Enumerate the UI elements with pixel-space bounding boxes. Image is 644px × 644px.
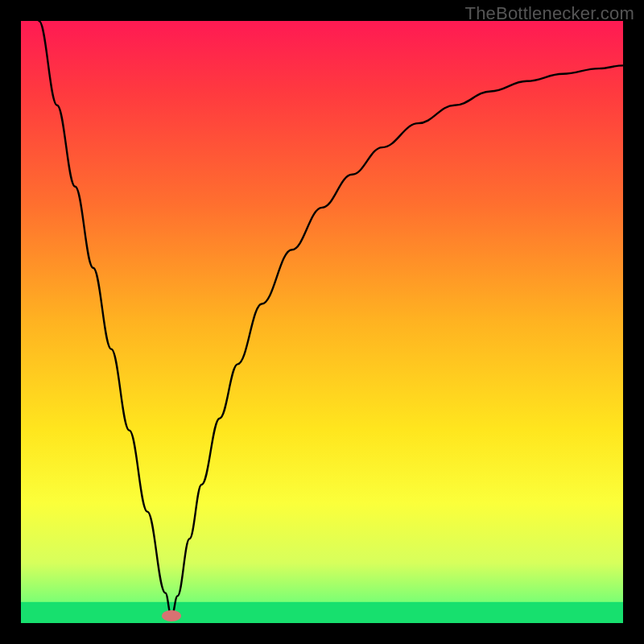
plot-area: [21, 21, 623, 623]
green-band: [21, 602, 623, 623]
minimum-marker: [162, 610, 181, 621]
chart-frame: TheBottlenecker.com: [0, 0, 644, 644]
watermark-text: TheBottlenecker.com: [465, 3, 634, 24]
gradient-background: [21, 21, 623, 623]
chart-svg: [21, 21, 623, 623]
